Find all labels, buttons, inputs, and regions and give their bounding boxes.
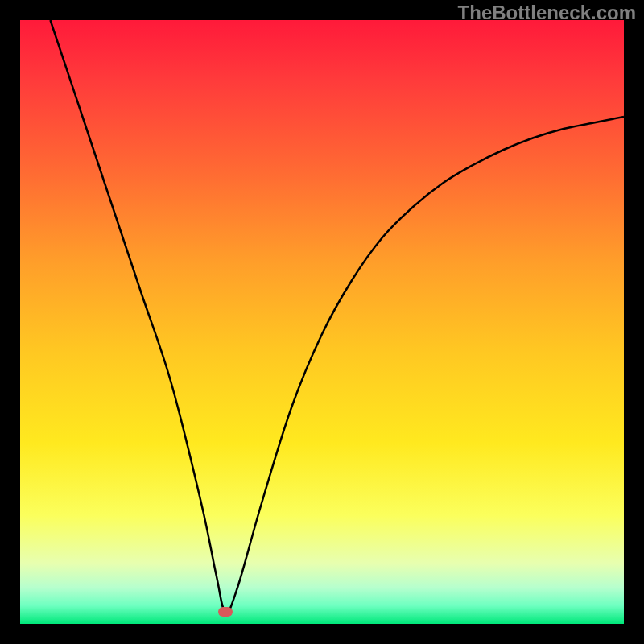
minimum-marker <box>218 607 233 617</box>
curve-svg <box>20 20 624 624</box>
bottleneck-curve <box>51 20 625 612</box>
watermark-text: TheBottleneck.com <box>458 2 636 24</box>
chart-frame: TheBottleneck.com <box>0 0 644 644</box>
plot-area <box>20 20 624 624</box>
